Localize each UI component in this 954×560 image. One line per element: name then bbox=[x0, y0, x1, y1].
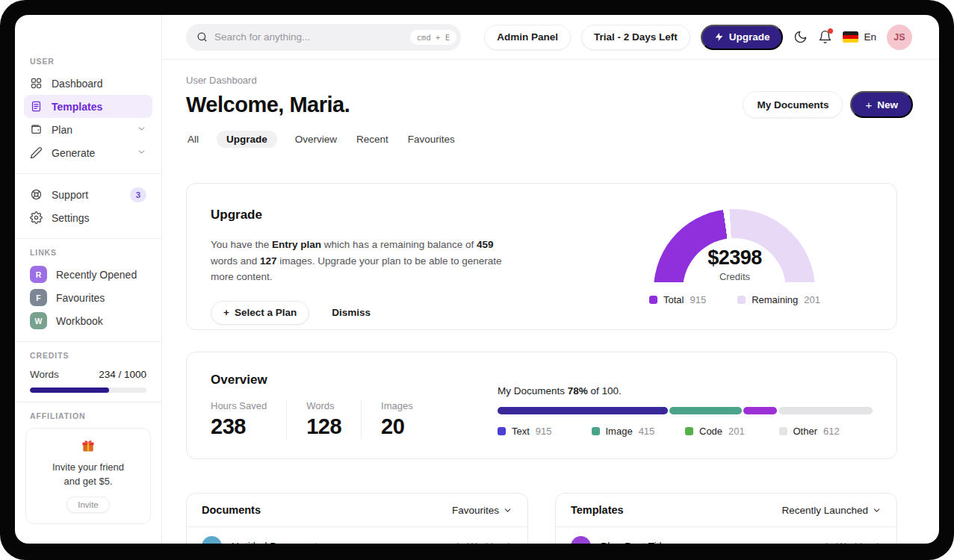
tab-recent[interactable]: Recent bbox=[355, 131, 390, 148]
stat-value: 238 bbox=[211, 414, 267, 439]
new-button-label: New bbox=[877, 99, 898, 111]
sidebar-link-label: Favourites bbox=[56, 292, 105, 304]
lifebuoy-icon bbox=[30, 188, 43, 201]
tab-upgrade[interactable]: Upgrade bbox=[217, 131, 277, 148]
invite-button[interactable]: Invite bbox=[66, 497, 110, 513]
tab-all[interactable]: All bbox=[186, 131, 200, 148]
legend-value: 201 bbox=[804, 294, 820, 305]
lightning-icon bbox=[714, 32, 724, 42]
stat-images: Images 20 bbox=[361, 400, 433, 439]
chevron-down-icon bbox=[503, 505, 512, 515]
sidebar-item-templates[interactable]: Templates bbox=[24, 95, 152, 118]
documents-card: Documents Favourites Untitled Document i… bbox=[186, 493, 528, 544]
legend-label: Code bbox=[699, 426, 722, 437]
link-initial-badge: F bbox=[30, 289, 47, 306]
dismiss-button[interactable]: Dismiss bbox=[332, 307, 371, 318]
language-selector[interactable]: En bbox=[843, 31, 876, 43]
template-location: in Workbook bbox=[826, 541, 882, 544]
upgrade-card-body: You have the Entry plan which has a rema… bbox=[211, 237, 515, 285]
sidebar-item-plan[interactable]: Plan bbox=[24, 118, 152, 141]
bottom-cards-row: Documents Favourites Untitled Document i… bbox=[186, 493, 897, 544]
document-location: in Workbook bbox=[456, 541, 512, 544]
search-input[interactable] bbox=[214, 31, 403, 43]
sidebar-item-label: Support bbox=[52, 189, 88, 201]
stat-label: Images bbox=[381, 400, 413, 411]
gauge-legend: Total 915 Remaining 201 bbox=[649, 294, 820, 305]
sidebar-link-label: Recently Opened bbox=[56, 269, 137, 281]
bar-segment-other bbox=[778, 407, 873, 414]
admin-panel-button[interactable]: Admin Panel bbox=[484, 25, 571, 50]
breadcrumb: User Dashboard bbox=[186, 75, 897, 86]
notifications-button[interactable] bbox=[818, 30, 832, 44]
sidebar-item-support[interactable]: Support 3 bbox=[24, 183, 152, 206]
sidebar-item-generate[interactable]: Generate bbox=[24, 141, 152, 164]
tab-overview[interactable]: Overview bbox=[294, 131, 338, 148]
sidebar-divider bbox=[15, 402, 161, 402]
sidebar-item-dashboard[interactable]: Dashboard bbox=[24, 72, 152, 95]
bar-segment-code bbox=[743, 407, 777, 414]
german-flag-icon bbox=[843, 31, 858, 43]
sidebar-nav: Dashboard Templates Plan Generate bbox=[24, 72, 152, 164]
overview-card-title: Overview bbox=[211, 373, 498, 388]
moon-icon bbox=[793, 30, 808, 44]
gift-icon bbox=[81, 438, 96, 456]
templates-filter-label: Recently Launched bbox=[781, 505, 868, 516]
credits-value: 234 / 1000 bbox=[99, 369, 146, 380]
gauge-center-text: $2398 Credits bbox=[654, 246, 815, 282]
sidebar-link-workbook[interactable]: W Workbook bbox=[24, 309, 152, 332]
gauge-caption: Credits bbox=[654, 271, 815, 282]
search-bar[interactable]: cmd + E bbox=[186, 24, 461, 51]
legend-swatch bbox=[498, 427, 506, 435]
legend-label: Remaining bbox=[752, 294, 798, 305]
bar-legend: Text 915 Image 415 Code 201 bbox=[498, 426, 873, 437]
grid-icon bbox=[30, 77, 43, 90]
sidebar-divider bbox=[15, 238, 161, 239]
sidebar-divider bbox=[15, 173, 161, 174]
list-item[interactable]: Blog Post Title in Workbook bbox=[556, 527, 896, 544]
document-icon bbox=[30, 100, 43, 113]
sidebar-divider bbox=[15, 341, 161, 342]
sidebar-link-recently-opened[interactable]: R Recently Opened bbox=[24, 263, 152, 286]
legend-swatch bbox=[779, 427, 787, 435]
legend-item-other: Other 612 bbox=[779, 426, 873, 437]
legend-value: 612 bbox=[823, 426, 840, 437]
my-documents-button[interactable]: My Documents bbox=[743, 91, 843, 118]
trial-status-button[interactable]: Trial - 2 Days Left bbox=[581, 25, 690, 50]
stat-hours-saved: Hours Saved 238 bbox=[211, 400, 286, 439]
dark-mode-toggle[interactable] bbox=[793, 30, 808, 44]
sidebar-item-label: Dashboard bbox=[52, 78, 103, 90]
avatar[interactable]: JS bbox=[887, 25, 912, 50]
bar-segment-image bbox=[669, 407, 742, 414]
upgrade-button[interactable]: Upgrade bbox=[701, 25, 784, 50]
language-label: En bbox=[864, 31, 876, 43]
list-item[interactable]: Untitled Document in Workbook bbox=[187, 527, 527, 544]
filter-tabs: All Upgrade Overview Recent Favourites bbox=[186, 131, 897, 148]
credits-row: Words 234 / 1000 bbox=[24, 369, 152, 380]
legend-label: Text bbox=[512, 426, 530, 437]
overview-stats: Overview Hours Saved 238 Words 128 Image… bbox=[211, 373, 498, 438]
sidebar-item-settings[interactable]: Settings bbox=[24, 206, 152, 229]
stat-words: Words 128 bbox=[286, 400, 361, 439]
documents-filter-dropdown[interactable]: Favourites bbox=[452, 505, 512, 516]
gauge-chart: $2398 Credits bbox=[654, 209, 815, 282]
new-button[interactable]: + New bbox=[850, 91, 913, 118]
legend-item-remaining: Remaining 201 bbox=[737, 294, 820, 305]
templates-filter-dropdown[interactable]: Recently Launched bbox=[781, 505, 882, 516]
sidebar-item-label: Generate bbox=[52, 147, 95, 159]
keyboard-shortcut-badge: cmd + E bbox=[410, 30, 456, 45]
documents-progress-block: My Documents 78% of 100. Text 915 bbox=[498, 373, 873, 438]
tab-favourites[interactable]: Favourites bbox=[406, 131, 456, 148]
sidebar-heading-user: USER bbox=[24, 57, 152, 66]
legend-label: Total bbox=[663, 294, 684, 305]
gauge-value: $2398 bbox=[654, 246, 815, 270]
sidebar-heading-credits: CREDITS bbox=[24, 351, 152, 360]
plus-icon: + bbox=[223, 307, 229, 318]
sidebar-link-favourites[interactable]: F Favourites bbox=[24, 286, 152, 309]
link-initial-badge: W bbox=[30, 312, 47, 329]
chevron-down-icon bbox=[137, 147, 146, 159]
select-plan-button[interactable]: + Select a Plan bbox=[211, 301, 309, 325]
search-icon bbox=[196, 31, 208, 43]
bar-segment-text bbox=[498, 407, 668, 414]
legend-item-image: Image 415 bbox=[592, 426, 686, 437]
legend-value: 201 bbox=[728, 426, 745, 437]
